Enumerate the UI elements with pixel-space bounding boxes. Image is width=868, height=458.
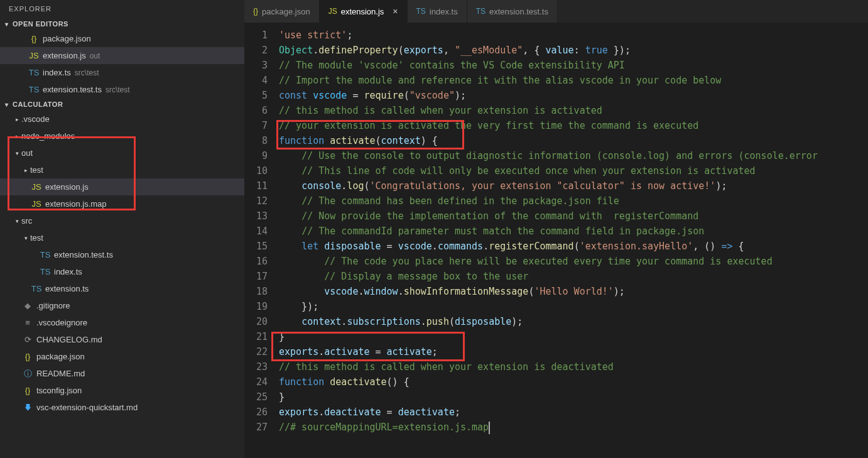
line-number: 10 — [244, 163, 268, 178]
folder-name: node_modules — [21, 131, 75, 141]
code-line[interactable]: function activate(context) { — [279, 133, 868, 148]
close-icon[interactable]: × — [393, 6, 398, 16]
open-editor-item[interactable]: JSextension.jsout — [0, 47, 244, 64]
file-name: .gitignore — [36, 301, 70, 310]
code-line[interactable]: //# sourceMappingURL=extension.js.map — [279, 420, 868, 435]
tree-item[interactable]: ▸test — [0, 161, 244, 178]
editor-tab[interactable]: TSextension.test.ts — [467, 0, 558, 23]
code-line[interactable]: // The code you place here will be execu… — [279, 254, 868, 269]
tree-item[interactable]: ≡.vscodeignore — [0, 314, 244, 331]
line-number: 23 — [244, 359, 268, 374]
tree-item[interactable]: ▾test — [0, 229, 244, 246]
chevron-down-icon: ▾ — [3, 21, 11, 28]
project-tree: ▸.vscode▸node_modules▾out▸testJSextensio… — [0, 111, 244, 416]
code-line[interactable]: }); — [279, 299, 868, 314]
tab-label: package.json — [262, 7, 310, 16]
project-header[interactable]: ▾ CALCULATOR — [0, 98, 244, 111]
tree-item[interactable]: TSindex.ts — [0, 263, 244, 280]
code-line[interactable]: console.log('Congratulations, your exten… — [279, 178, 868, 194]
code-line[interactable]: exports.activate = activate; — [279, 344, 868, 359]
open-editor-item[interactable]: TSextension.test.tssrc\test — [0, 81, 244, 98]
tree-item[interactable]: TSextension.ts — [0, 280, 244, 297]
code-line[interactable]: // your extension is activated the very … — [279, 118, 868, 133]
code-line[interactable]: vscode.window.showInformationMessage('He… — [279, 284, 868, 299]
tree-item[interactable]: {}tsconfig.json — [0, 382, 244, 399]
folder-name: out — [21, 148, 33, 158]
tree-item[interactable]: TSextension.test.ts — [0, 246, 244, 263]
code-line[interactable]: // this method is called when your exten… — [279, 103, 868, 118]
tree-item[interactable]: 🡇vsc-extension-quickstart.md — [0, 399, 244, 416]
file-icon: JS — [328, 7, 337, 16]
file-icon: JS — [30, 182, 43, 192]
code-line[interactable]: const vscode = require("vscode"); — [279, 88, 868, 103]
open-editors-list: {}package.jsonJSextension.jsoutTSindex.t… — [0, 30, 244, 98]
file-hint: src\test — [106, 85, 130, 94]
file-icon: TS — [28, 85, 40, 94]
code-line[interactable]: // This line of code will only be execut… — [279, 163, 868, 178]
folder-arrow-icon: ▾ — [13, 218, 21, 224]
editor-tab[interactable]: TSindex.ts — [408, 0, 467, 23]
folder-name: .vscode — [21, 114, 50, 124]
editor-tab[interactable]: JSextension.js× — [320, 0, 408, 23]
open-editor-item[interactable]: {}package.json — [0, 30, 244, 47]
cursor — [489, 422, 490, 434]
tree-item[interactable]: ▸node_modules — [0, 128, 244, 144]
chevron-down-icon: ▾ — [3, 101, 11, 108]
code-line[interactable]: } — [279, 390, 868, 405]
code-line[interactable]: function deactivate() { — [279, 374, 868, 390]
tree-item[interactable]: ⟳CHANGELOG.md — [0, 331, 244, 348]
line-number: 8 — [244, 133, 268, 148]
line-number: 19 — [244, 299, 268, 314]
code-line[interactable]: // Display a message box to the user — [279, 269, 868, 284]
line-number: 17 — [244, 269, 268, 284]
line-number: 9 — [244, 148, 268, 163]
code-line[interactable]: } — [279, 329, 868, 344]
code-editor[interactable]: 1234567891011121314151617181920212223242… — [244, 23, 868, 458]
editor-tab[interactable]: {}package.json — [244, 0, 320, 23]
file-icon: TS — [28, 68, 40, 77]
code-line[interactable]: context.subscriptions.push(disposable); — [279, 314, 868, 329]
file-name: README.md — [36, 369, 85, 378]
file-icon: TS — [476, 7, 486, 16]
code-lines[interactable]: 'use strict';Object.defineProperty(expor… — [279, 23, 868, 435]
file-name: package.json — [36, 352, 85, 361]
line-number: 26 — [244, 405, 268, 420]
line-number: 25 — [244, 390, 268, 405]
code-line[interactable]: 'use strict'; — [279, 28, 868, 43]
code-line[interactable]: let disposable = vscode.commands.registe… — [279, 239, 868, 254]
tree-item[interactable]: ▸.vscode — [0, 111, 244, 128]
tree-item[interactable]: ◆.gitignore — [0, 297, 244, 314]
file-hint: out — [90, 52, 100, 60]
line-number: 3 — [244, 58, 268, 73]
code-line[interactable]: // Now provide the implementation of the… — [279, 209, 868, 224]
line-number: 14 — [244, 224, 268, 239]
tree-item[interactable]: ⓘREADME.md — [0, 365, 244, 382]
code-line[interactable]: // Import the module and reference it wi… — [279, 73, 868, 88]
folder-arrow-icon: ▾ — [13, 150, 21, 156]
code-line[interactable]: Object.defineProperty(exports, "__esModu… — [279, 43, 868, 58]
folder-name: test — [30, 233, 43, 243]
tree-item[interactable]: ▾src — [0, 212, 244, 229]
code-line[interactable]: // The command has been defined in the p… — [279, 194, 868, 209]
tree-item[interactable]: ▾out — [0, 144, 244, 161]
code-line[interactable]: // Use the console to output diagnostic … — [279, 148, 868, 163]
code-line[interactable]: // The module 'vscode' contains the VS C… — [279, 58, 868, 73]
code-line[interactable]: exports.deactivate = deactivate; — [279, 405, 868, 420]
code-line[interactable]: // this method is called when your exten… — [279, 359, 868, 374]
line-number: 4 — [244, 73, 268, 88]
tree-item[interactable]: {}package.json — [0, 348, 244, 365]
tree-item[interactable]: JSextension.js — [0, 178, 244, 195]
file-icon: {} — [21, 386, 34, 395]
code-line[interactable]: // The commandId parameter must match th… — [279, 224, 868, 239]
open-editor-item[interactable]: TSindex.tssrc\test — [0, 64, 244, 81]
file-name: .vscodeignore — [36, 318, 87, 327]
tree-item[interactable]: JSextension.js.map — [0, 195, 244, 212]
file-name: vsc-extension-quickstart.md — [36, 403, 138, 412]
file-icon: 🡇 — [21, 403, 34, 412]
editor-tabs: {}package.jsonJSextension.js×TSindex.tsT… — [244, 0, 868, 23]
tab-label: index.ts — [430, 7, 458, 16]
open-editors-header[interactable]: ▾ OPEN EDITORS — [0, 18, 244, 30]
line-number: 16 — [244, 254, 268, 269]
file-name: extension.js — [43, 51, 86, 60]
line-number: 1 — [244, 28, 268, 43]
